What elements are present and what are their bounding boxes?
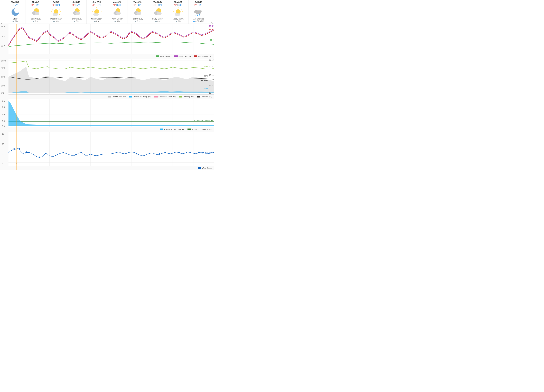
precip-accum-value: 0 in (10:00 PM-11:00 PM) (192, 120, 213, 122)
temp-range-0: -- | 57°F (6, 4, 25, 6)
svg-line-34 (181, 9, 182, 9)
pressure-label-4: 29.92 (209, 84, 213, 86)
precip-8: 0 in (168, 20, 188, 22)
temp-range-1: 82° | 64°F (26, 4, 45, 6)
y-label-1: 1.0 (2, 113, 5, 115)
pressure-label-bottom: 29.86 (209, 92, 213, 94)
y-label-70f: 70 F (1, 35, 5, 37)
conditions-chart-section: 100% 75% 50% 25% 0% 30.10 30.04 29.98 29… (8, 59, 214, 95)
humidity-value: 73% (204, 65, 208, 68)
feels-like-label: Feels Like (°F) (178, 55, 191, 57)
svg-point-4 (35, 12, 39, 15)
precip-2: 0 in (46, 20, 66, 22)
svg-line-9 (59, 14, 60, 15)
precip-accum-swatch (160, 128, 163, 130)
y-label-10: 10 (2, 143, 4, 145)
day-label-9: Fri 8/16 (189, 1, 208, 3)
svg-line-44 (199, 14, 200, 16)
weather-icon-3 (71, 7, 82, 17)
condition-3: Partly Cloudy (66, 18, 86, 20)
hourly-liquid-swatch (188, 128, 191, 130)
condition-8: Mostly Sunny (168, 18, 188, 20)
precip-4: 0 in (87, 20, 106, 22)
temperature-label: Temperature (°F) (198, 55, 212, 57)
svg-point-31 (157, 12, 161, 15)
y-label-0pct: 0% (1, 92, 4, 94)
y-label-0w: 0 (2, 162, 3, 164)
temp-range-9: 81° | 64°F (189, 4, 208, 6)
day-col-9: Fri 8/16 81° | 64°F AM Showers 0.02 8 PM (189, 0, 209, 23)
hourly-liquid-legend-label: Hourly Liquid Precip. (in) (192, 128, 212, 130)
condition-0: Clear (6, 18, 25, 20)
legend-wind-speed: Wind Speed (198, 167, 212, 169)
precip-3: 0 in (66, 20, 86, 22)
weather-icon-8 (173, 7, 183, 17)
precip-7: 0 in (148, 20, 168, 22)
condition-4: Mostly Sunny (87, 18, 106, 20)
weather-icon-4 (92, 7, 102, 17)
svg-line-36 (174, 9, 175, 9)
y-label-50pct: 50% (1, 76, 5, 78)
pressure-swatch (197, 96, 200, 98)
svg-point-22 (93, 13, 99, 16)
day-col-0: Wed 8/7 -- | 57°F Clear 0 in (5, 0, 25, 23)
svg-line-7 (59, 9, 60, 9)
y-label-2: 2.0 (2, 100, 5, 102)
temp-range-4: 75° | 58°F (87, 4, 106, 6)
prev-arrow[interactable]: ‹ (1, 20, 3, 26)
precip-chart-legend: Precip. Accum. Total (in) Hourly Liquid … (8, 127, 214, 131)
legend-snow-chance: Chance of Snow (%) (154, 96, 176, 98)
snow-chance-legend-label: Chance of Snow (%) (159, 96, 176, 98)
svg-marker-108 (95, 155, 96, 156)
svg-point-41 (195, 11, 201, 14)
weather-icon-7 (153, 7, 163, 17)
svg-point-15 (75, 12, 80, 15)
cloud-cover-value: 38% (204, 75, 208, 77)
condition-2: Mostly Sunny (46, 18, 66, 20)
svg-line-20 (93, 9, 94, 9)
temperature-chart-section: 80 F 70 F 60 F 76 °F 75 °F 65 ° (8, 24, 214, 54)
precip-chart (8, 99, 214, 127)
temp-range-7: 79° | 62°F (148, 4, 168, 6)
snow-chance-swatch (154, 96, 158, 98)
weather-header: Wed 8/7 -- | 57°F Clear 0 in Thu 8/8 82° (0, 0, 214, 24)
day-label-3: Sat 8/10 (66, 1, 86, 3)
wind-arrow-indicator: → (15, 162, 17, 164)
pressure-label-2: 30.04 (209, 66, 213, 68)
dew-point-swatch (156, 55, 159, 57)
precip-6: 0 in (128, 20, 147, 22)
y-label-15: 15 (2, 133, 4, 135)
y-label-100pct: 100% (1, 60, 6, 62)
svg-point-25 (116, 12, 121, 15)
y-label-0-5: 0.5 (2, 120, 5, 122)
day-label-1: Thu 8/8 (26, 1, 45, 3)
next-arrow[interactable]: › (211, 20, 213, 26)
precip-5: 0 in (107, 20, 127, 22)
weather-icon-9 (193, 7, 204, 17)
legend-pressure: Pressure. (in) (197, 96, 212, 98)
day-col-3: Sat 8/10 71° | 57°F Partly Cloudy 0 in (66, 0, 87, 23)
y-label-5: 5 (2, 153, 3, 155)
dewpoint-value: 65 ° (210, 39, 213, 41)
wind-chart-legend: Wind Speed (8, 166, 214, 170)
svg-line-42 (196, 14, 196, 16)
day-label-8: Thu 8/15 (168, 1, 188, 3)
temperature-chart (8, 24, 214, 54)
pressure-label-top: 30.10 (209, 59, 213, 61)
pressure-value: 29.94 in (201, 79, 208, 81)
day-col-1: Thu 8/8 82° | 64°F Partly Cloudy 0 in (25, 0, 46, 23)
legend-hourly-liquid: Hourly Liquid Precip. (in) (188, 128, 212, 130)
condition-5: Partly Cloudy (107, 18, 127, 20)
precip-accum-legend-label: Precip. Accum. Total (in) (164, 128, 184, 130)
precip-chance-value: 22% (204, 87, 208, 90)
dew-point-label: Dew Point (°) (160, 55, 171, 57)
conditions-chart (8, 59, 214, 95)
temp-chart-legend: Dew Point (°) Feels Like (°F) Temperatur… (8, 54, 214, 58)
svg-marker-105 (39, 156, 40, 158)
temp-range-8: 79° | 63°F (168, 4, 188, 6)
temp-range-6: 80° | 60°F (128, 4, 147, 6)
pressure-label-3: 29.98 (209, 74, 213, 76)
wind-speed-swatch (198, 167, 201, 169)
legend-precip-accum: Precip. Accum. Total (in) (160, 128, 184, 130)
legend-cloud-cover: Cloud Cover (%) (108, 96, 125, 98)
